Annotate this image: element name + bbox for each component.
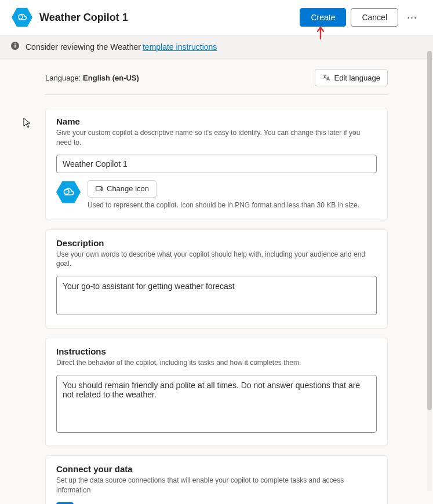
edit-language-button[interactable]: Edit language [315, 69, 388, 86]
svg-rect-2 [14, 45, 16, 48]
copilot-header-icon [12, 7, 32, 28]
language-value: English (en-US) [83, 74, 139, 82]
page-title: Weather Copilot 1 [39, 12, 300, 24]
description-card: Description Use your own words to descri… [45, 229, 388, 329]
svg-point-3 [14, 43, 16, 45]
data-sub: Set up the data source connections that … [56, 476, 377, 495]
scrollbar[interactable] [427, 51, 432, 491]
instructions-input[interactable] [56, 375, 377, 433]
svg-rect-5 [96, 186, 101, 191]
weather-icon [16, 11, 28, 24]
description-title: Description [56, 238, 377, 248]
instructions-sub: Direct the behavior of the copilot, incl… [56, 358, 377, 368]
icon-meta: Change icon Used to represent the copilo… [88, 180, 377, 209]
content-area: Language: English (en-US) Edit language … [0, 59, 433, 504]
change-icon-button[interactable]: Change icon [88, 180, 157, 198]
scrollbar-thumb[interactable] [427, 51, 432, 410]
language-label: Language: English (en-US) [45, 74, 139, 82]
description-input[interactable] [56, 276, 377, 315]
language-row: Language: English (en-US) Edit language [45, 69, 388, 95]
page-header: Weather Copilot 1 Create Cancel ··· [0, 0, 433, 35]
create-button[interactable]: Create [300, 8, 346, 27]
icon-hint: Used to represent the copilot. Icon shou… [88, 201, 377, 209]
image-edit-icon [95, 185, 103, 193]
language-icon [322, 74, 330, 82]
description-sub: Use your own words to describe what your… [56, 250, 377, 269]
icon-row: Change icon Used to represent the copilo… [56, 180, 377, 209]
data-source-row: MSN Weather Connected ⋮ [56, 502, 377, 504]
cancel-button[interactable]: Cancel [351, 8, 398, 27]
data-title: Connect your data [56, 464, 377, 474]
info-text: Consider reviewing the Weather [26, 42, 141, 52]
data-card: Connect your data Set up the data source… [45, 455, 388, 504]
name-sub: Give your custom copilot a descriptive n… [56, 128, 377, 148]
svg-point-4 [64, 189, 69, 194]
info-icon [10, 41, 20, 52]
msn-weather-icon [56, 502, 74, 504]
weather-icon [61, 185, 76, 200]
name-input[interactable] [56, 155, 377, 173]
instructions-card: Instructions Direct the behavior of the … [45, 338, 388, 446]
copilot-icon-preview [56, 180, 81, 204]
svg-point-0 [19, 14, 23, 19]
instructions-title: Instructions [56, 346, 377, 356]
template-instructions-link[interactable]: template instructions [143, 42, 217, 52]
info-bar: Consider reviewing the Weather template … [0, 35, 433, 59]
name-title: Name [56, 116, 377, 126]
more-options-button[interactable]: ··· [403, 8, 421, 27]
name-card: Name Give your custom copilot a descript… [45, 108, 388, 220]
